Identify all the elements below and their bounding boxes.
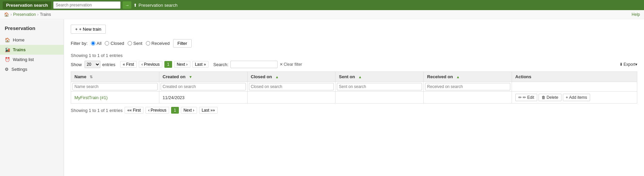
layout: Preservation 🏠 Home 🚂 Trains ⏰ Waiting l… <box>0 19 644 176</box>
table-row: MyFirstTrain (#1) 11/24/2023 ✏ ✏ Edit <box>71 92 637 104</box>
next-page-button[interactable]: Next › <box>174 61 190 68</box>
sidebar-item-settings-label: Settings <box>11 67 27 72</box>
last-page-button[interactable]: Last » <box>192 61 209 68</box>
row-created-on-cell: 11/24/2023 <box>159 92 247 104</box>
sidebar-item-home-label: Home <box>13 37 25 42</box>
breadcrumb-preservation[interactable]: Preservation <box>13 12 36 17</box>
name-search-input[interactable] <box>72 83 158 90</box>
delete-label: Delete <box>547 95 558 100</box>
waiting-list-icon: ⏰ <box>5 57 10 62</box>
actions-cell: ✏ ✏ Edit 🗑 Delete + Add items <box>515 94 634 101</box>
upload-icon: ⬆ <box>133 3 137 8</box>
created-on-search-input[interactable] <box>161 83 246 90</box>
col-sent-on[interactable]: Sent on ▲ <box>335 72 424 82</box>
sent-on-search-cell <box>335 82 424 92</box>
bottom-showing: Showing 1 to 1 of 1 entries «« First ‹ P… <box>71 107 637 114</box>
bottom-prev-button[interactable]: ‹ Previous <box>146 107 169 114</box>
filter-closed-option[interactable]: Closed <box>105 41 124 46</box>
new-train-button[interactable]: + + New train <box>71 25 106 34</box>
add-items-button[interactable]: + Add items <box>563 94 590 101</box>
delete-button[interactable]: 🗑 Delete <box>539 94 561 101</box>
filter-all-option[interactable]: All <box>91 41 101 46</box>
created-on-search-cell <box>159 82 247 92</box>
plus-add-icon: + <box>566 95 568 100</box>
filter-closed-radio[interactable] <box>105 41 109 46</box>
entries-select[interactable]: 10 20 50 100 <box>85 61 100 68</box>
search-preservation-input[interactable] <box>53 1 121 9</box>
bottom-current-page[interactable]: 1 <box>171 107 179 114</box>
bottom-first-button[interactable]: «« First <box>125 107 143 114</box>
first-page-button[interactable]: « First <box>120 61 137 68</box>
pencil-icon: ✏ <box>518 95 522 100</box>
received-on-sort-icon: ▲ <box>456 75 460 79</box>
data-table: Name ⇅ Created on ▼ Closed on ▲ Sent on … <box>71 71 637 104</box>
actions-search-cell <box>512 82 637 92</box>
help-link[interactable]: Help <box>632 12 640 17</box>
filter-button[interactable]: Filter <box>173 39 192 48</box>
plus-icon: + <box>75 27 78 32</box>
bottom-last-button[interactable]: Last »» <box>199 107 218 114</box>
filter-received-radio[interactable] <box>146 41 150 46</box>
sidebar-item-trains-label: Trains <box>13 47 26 52</box>
breadcrumb-sep-1: › <box>10 12 12 17</box>
sidebar-item-waiting-list[interactable]: ⏰ Waiting list <box>0 55 64 64</box>
received-on-search-cell <box>424 82 512 92</box>
entries-label: entries <box>102 62 116 67</box>
trash-icon: 🗑 <box>542 95 546 100</box>
filter-by-label: Filter by: <box>71 41 88 46</box>
sent-on-sort-icon: ▲ <box>358 75 362 79</box>
filter-all-radio[interactable] <box>91 41 95 46</box>
top-bar: Preservation search → ⬆ Preservation sea… <box>0 0 644 10</box>
bottom-next-button[interactable]: Next › <box>181 107 197 114</box>
row-name-cell: MyFirstTrain (#1) <box>71 92 159 104</box>
prev-page-button[interactable]: ‹ Previous <box>139 61 162 68</box>
row-sent-on-cell <box>335 92 424 104</box>
preservation-search-nav-link[interactable]: ⬆ Preservation search <box>133 3 178 8</box>
col-received-on[interactable]: Received on ▲ <box>424 72 512 82</box>
search-label: Search: <box>213 62 228 67</box>
created-on-sort-icon: ▼ <box>189 75 192 79</box>
sidebar-item-trains[interactable]: 🚂 Trains <box>0 45 64 55</box>
settings-icon: ⚙ <box>5 67 9 72</box>
row-received-on-cell <box>424 92 512 104</box>
clear-filter-label: Clear filter <box>284 62 302 67</box>
col-actions: Actions <box>512 72 637 82</box>
export-label: Export▾ <box>623 62 637 67</box>
col-created-on[interactable]: Created on ▼ <box>159 72 247 82</box>
closed-on-search-input[interactable] <box>249 83 334 90</box>
brand-label: Preservation search <box>3 1 51 9</box>
table-header-row: Name ⇅ Created on ▼ Closed on ▲ Sent on … <box>71 72 637 82</box>
sent-on-search-input[interactable] <box>337 83 422 90</box>
table-controls: Show 10 20 50 100 entries « First ‹ Prev… <box>71 61 637 68</box>
filter-radio-group: All Closed Sent Received <box>91 41 170 46</box>
edit-label: ✏ Edit <box>523 95 534 100</box>
edit-button[interactable]: ✏ ✏ Edit <box>515 94 537 101</box>
sidebar-item-home[interactable]: 🏠 Home <box>0 35 64 45</box>
filter-sent-radio[interactable] <box>128 41 132 46</box>
name-search-cell <box>71 82 159 92</box>
breadcrumb-current: Trains <box>40 12 51 17</box>
closed-on-sort-icon: ▲ <box>275 75 279 79</box>
breadcrumb-sep-2: › <box>37 12 38 17</box>
showing-text-top: Showing 1 to 1 of 1 entries <box>71 53 637 58</box>
received-on-search-input[interactable] <box>425 83 510 90</box>
table-search-input[interactable] <box>230 61 278 68</box>
table-search-row <box>71 82 637 92</box>
row-closed-on-cell <box>247 92 335 104</box>
row-name-link[interactable]: MyFirstTrain (#1) <box>74 95 107 100</box>
trains-icon: 🚂 <box>5 47 10 52</box>
current-page-button[interactable]: 1 <box>164 61 172 68</box>
col-name[interactable]: Name ⇅ <box>71 72 159 82</box>
sidebar-item-settings[interactable]: ⚙ Settings <box>0 64 64 74</box>
sidebar-item-waiting-list-label: Waiting list <box>13 57 34 62</box>
breadcrumb-home[interactable]: 🏠 <box>4 12 9 17</box>
filter-received-option[interactable]: Received <box>146 41 170 46</box>
clear-filter-button[interactable]: ✕ Clear filter <box>280 62 302 67</box>
add-items-label: Add items <box>569 95 587 100</box>
export-button[interactable]: ⬇ Export▾ <box>619 62 637 67</box>
bottom-showing-text: Showing 1 to 1 of 1 entries <box>71 108 123 113</box>
filter-sent-option[interactable]: Sent <box>128 41 142 46</box>
col-closed-on[interactable]: Closed on ▲ <box>247 72 335 82</box>
search-go-button[interactable]: → <box>123 1 131 9</box>
name-sort-icon: ⇅ <box>90 75 93 79</box>
